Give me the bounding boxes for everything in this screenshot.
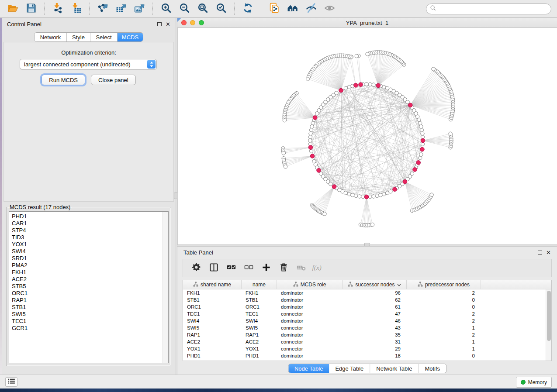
float-table-panel-icon[interactable]: [538, 248, 542, 256]
table-cell[interactable]: connector: [277, 345, 343, 352]
mcds-result-item[interactable]: FKH1: [12, 269, 163, 276]
network-node[interactable]: [329, 182, 332, 186]
network-node[interactable]: [283, 118, 286, 122]
table-cell[interactable]: 0: [407, 352, 481, 359]
network-node[interactable]: [310, 125, 314, 128]
tab-node-table[interactable]: Node Table: [288, 364, 329, 373]
column-header-successor-nodes[interactable]: successor nodes: [343, 280, 407, 289]
tab-mcds[interactable]: MCDS: [118, 33, 143, 41]
network-canvas[interactable]: [177, 28, 557, 244]
table-cell[interactable]: dominator: [277, 296, 343, 303]
table-row[interactable]: TEC1TEC1connector472: [183, 310, 551, 317]
table-cell[interactable]: STB1: [242, 296, 277, 303]
mcds-result-item[interactable]: SWI4: [12, 248, 163, 255]
table-cell[interactable]: dominator: [277, 352, 343, 359]
network-node[interactable]: [309, 149, 313, 153]
table-cell[interactable]: 0: [407, 296, 481, 303]
toggle-columns-button[interactable]: [206, 261, 221, 275]
mcds-node[interactable]: [376, 83, 381, 88]
network-graph-svg[interactable]: [178, 28, 557, 244]
network-node[interactable]: [410, 172, 414, 175]
table-cell[interactable]: SWI4: [242, 317, 277, 324]
table-cell[interactable]: YOX1: [242, 345, 277, 352]
mcds-result-item[interactable]: CAR1: [12, 220, 163, 227]
network-node[interactable]: [323, 212, 326, 216]
table-row[interactable]: SWI4SWI4dominator462: [183, 317, 551, 324]
network-node[interactable]: [419, 125, 423, 128]
horizontal-splitter-grip[interactable]: [364, 243, 370, 246]
table-cell[interactable]: 43: [343, 324, 407, 331]
network-node[interactable]: [309, 132, 312, 135]
tab-style[interactable]: Style: [67, 33, 90, 41]
table-cell[interactable]: SWI4: [183, 317, 242, 324]
table-row[interactable]: SWI5SWI5connector431: [183, 324, 551, 331]
network-node[interactable]: [389, 190, 392, 193]
table-cell[interactable]: SWI5: [242, 324, 277, 331]
open-file-button[interactable]: [5, 2, 20, 16]
mcds-node[interactable]: [359, 83, 363, 87]
network-node[interactable]: [315, 112, 319, 115]
network-node[interactable]: [421, 132, 424, 135]
table-row[interactable]: PHD1PHD1dominator180: [183, 352, 551, 359]
network-node[interactable]: [308, 135, 312, 139]
table-cell[interactable]: 2: [407, 289, 481, 296]
mcds-result-item[interactable]: PHD1: [12, 213, 163, 220]
table-cell[interactable]: 96: [343, 289, 407, 296]
table-cell[interactable]: PHD1: [242, 352, 277, 359]
table-cell[interactable]: STB1: [183, 296, 242, 303]
network-node[interactable]: [358, 195, 361, 198]
mcds-result-item[interactable]: STB1: [12, 304, 163, 311]
network-node[interactable]: [418, 156, 422, 160]
network-node[interactable]: [354, 194, 358, 198]
table-row[interactable]: ACE2ACE2connector311: [183, 338, 551, 345]
import-network-button[interactable]: [50, 2, 65, 16]
task-history-button[interactable]: [5, 377, 17, 387]
tab-motifs[interactable]: Motifs: [419, 364, 446, 373]
network-node[interactable]: [344, 86, 347, 90]
table-cell[interactable]: connector: [277, 338, 343, 345]
table-cell[interactable]: dominator: [277, 317, 343, 324]
network-node[interactable]: [370, 223, 374, 226]
network-node[interactable]: [366, 52, 369, 56]
new-network-from-selection-button[interactable]: [267, 2, 282, 16]
network-node[interactable]: [372, 195, 375, 198]
mcds-result-item[interactable]: RAP1: [12, 297, 163, 304]
table-cell[interactable]: 31: [343, 338, 407, 345]
table-cell[interactable]: 35: [343, 331, 407, 338]
table-row[interactable]: FKH1FKH1dominator962: [183, 289, 551, 296]
optimization-criterion-select[interactable]: largest connected component (undirected): [20, 59, 157, 69]
close-table-panel-icon[interactable]: ✕: [546, 250, 551, 255]
float-panel-icon[interactable]: [157, 20, 162, 28]
network-node[interactable]: [419, 153, 423, 156]
mcds-node[interactable]: [332, 185, 336, 189]
tab-network-table[interactable]: Network Table: [370, 364, 419, 373]
export-table-button[interactable]: [114, 2, 128, 16]
mcds-result-item[interactable]: SRD1: [12, 255, 163, 262]
table-cell[interactable]: ORC1: [183, 303, 242, 310]
mcds-node[interactable]: [413, 168, 417, 172]
table-cell[interactable]: dominator: [277, 289, 343, 296]
table-row[interactable]: ORC1ORC1dominator610: [183, 303, 551, 310]
mcds-result-scrollbar[interactable]: [163, 212, 168, 363]
network-node[interactable]: [347, 192, 351, 196]
table-cell[interactable]: 1: [407, 345, 481, 352]
network-node[interactable]: [311, 121, 315, 125]
create-column-button[interactable]: [258, 261, 274, 275]
mcds-node[interactable]: [313, 116, 317, 120]
network-node[interactable]: [382, 85, 386, 89]
hide-selected-button[interactable]: [304, 2, 318, 16]
tab-select[interactable]: Select: [90, 33, 118, 41]
mcds-node[interactable]: [317, 168, 321, 173]
table-cell[interactable]: ORC1: [242, 303, 277, 310]
table-cell[interactable]: connector: [277, 324, 343, 331]
delete-table-button[interactable]: [293, 261, 309, 275]
table-cell[interactable]: dominator: [277, 303, 343, 310]
network-node[interactable]: [375, 194, 379, 198]
table-cell[interactable]: YOX1: [183, 345, 242, 352]
network-node[interactable]: [355, 54, 358, 58]
table-scrollbar-track[interactable]: [546, 289, 551, 361]
mcds-result-item[interactable]: PMA2: [12, 262, 163, 269]
network-node[interactable]: [309, 128, 313, 132]
mcds-node[interactable]: [408, 103, 412, 107]
table-cell[interactable]: 2: [407, 310, 481, 317]
